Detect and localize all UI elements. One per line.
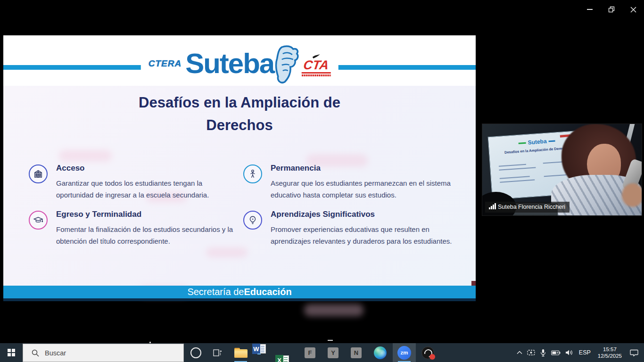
tray-chevron-button[interactable] bbox=[514, 343, 525, 362]
screen-share-icon bbox=[527, 349, 535, 356]
word-icon: W bbox=[252, 343, 266, 354]
zoom-button[interactable]: zm bbox=[393, 343, 416, 362]
start-button[interactable] bbox=[0, 343, 23, 362]
feature-heading: Acceso bbox=[56, 164, 241, 173]
edge-icon bbox=[374, 346, 387, 359]
minimize-icon bbox=[587, 9, 593, 10]
cta-caption bbox=[301, 74, 330, 76]
blur-artifact bbox=[206, 247, 248, 257]
feature-permanencia: Permanencia Asegurar que los estudiantes… bbox=[243, 164, 461, 201]
slide-edge-artifact bbox=[471, 281, 476, 286]
suteba-hand-icon bbox=[272, 45, 299, 85]
window-controls bbox=[579, 0, 644, 19]
app-f-icon: F bbox=[305, 347, 315, 358]
task-view-icon bbox=[213, 349, 222, 356]
action-center-button[interactable] bbox=[626, 343, 644, 362]
app-y-icon: Y bbox=[328, 347, 339, 358]
screen-artifact bbox=[328, 340, 333, 341]
file-explorer-button[interactable] bbox=[229, 343, 252, 362]
running-indicator bbox=[257, 354, 261, 355]
graduation-cap-icon bbox=[29, 211, 48, 230]
participant-name-label: Suteba Florencia Riccheri bbox=[485, 202, 570, 213]
folder-icon bbox=[234, 348, 248, 358]
blur-artifact bbox=[304, 304, 363, 316]
search-icon bbox=[32, 349, 39, 357]
battery-tray-button[interactable] bbox=[549, 343, 563, 362]
mini-text-line bbox=[544, 174, 567, 177]
blur-artifact bbox=[59, 150, 112, 162]
app-y-button[interactable]: Y bbox=[322, 343, 345, 362]
excel-icon: X bbox=[275, 354, 289, 362]
suteba-logo: Suteba bbox=[185, 49, 274, 78]
mini-text-line bbox=[499, 167, 536, 170]
app-f-button[interactable]: F bbox=[298, 343, 322, 362]
feature-body: Garantizar que todos los estudiantes ten… bbox=[56, 177, 241, 201]
footer-text-regular: Secretaría de bbox=[187, 287, 244, 297]
feature-heading: Egreso y Terminalidad bbox=[56, 210, 241, 219]
slide-content: Desafíos en la Ampliación de Derechos bbox=[3, 86, 476, 286]
restore-icon bbox=[608, 6, 615, 13]
mini-green-dash bbox=[519, 142, 526, 144]
windows-logo-icon bbox=[8, 349, 15, 356]
task-view-button[interactable] bbox=[206, 343, 228, 362]
lightbulb-icon bbox=[243, 211, 262, 230]
microphone-icon bbox=[540, 349, 546, 357]
feature-aprendizajes: Aprendizajes Significativos Promover exp… bbox=[243, 210, 461, 247]
slide-title-line1: Desafíos en la Ampliación de bbox=[3, 91, 476, 114]
mini-text-line bbox=[500, 180, 535, 183]
close-icon bbox=[630, 7, 636, 13]
language-indicator[interactable]: ESP bbox=[576, 343, 594, 362]
obs-button[interactable] bbox=[416, 343, 439, 362]
notification-badge bbox=[429, 354, 435, 360]
speaker-icon bbox=[565, 349, 573, 356]
search-input[interactable]: Buscar bbox=[23, 344, 184, 362]
volume-tray-button[interactable] bbox=[563, 343, 576, 362]
clock-time: 15:57 bbox=[598, 346, 622, 353]
presentation-slide: CTERA Suteba CTA Desafíos en la Ampliac bbox=[3, 35, 476, 302]
obs-icon bbox=[421, 346, 434, 359]
battery-charging-icon bbox=[551, 350, 561, 355]
cortana-icon bbox=[190, 347, 201, 358]
footer-bottom-strip bbox=[3, 298, 476, 301]
slide-footer: Secretaría de Educación bbox=[3, 286, 476, 298]
ctera-logo: CTERA bbox=[149, 58, 182, 69]
feature-heading: Permanencia bbox=[271, 164, 461, 173]
feature-body: Promover experiencias educativas que res… bbox=[271, 223, 461, 247]
app-n-button[interactable]: N bbox=[345, 343, 368, 362]
feature-heading: Aprendizajes Significativos bbox=[271, 210, 461, 219]
mini-text-line bbox=[500, 176, 530, 179]
mini-text-line bbox=[499, 164, 526, 167]
webcam-video-tile[interactable]: Suteba Desafíos en la Ampliación de Dere… bbox=[482, 123, 642, 216]
taskbar: Buscar W X F bbox=[0, 343, 644, 362]
footer-text-bold: Educación bbox=[244, 287, 291, 297]
minimize-button[interactable] bbox=[579, 0, 601, 19]
restore-button[interactable] bbox=[601, 0, 622, 19]
person-icon bbox=[243, 165, 262, 183]
feature-body: Asegurar que los estudiantes permanezcan… bbox=[271, 177, 461, 201]
speaker-hand bbox=[622, 183, 642, 207]
slide-title: Desafíos en la Ampliación de Derechos bbox=[3, 91, 476, 137]
audio-bars-icon bbox=[489, 203, 496, 209]
cortana-button[interactable] bbox=[185, 343, 206, 362]
slide-title-line2: Derechos bbox=[3, 114, 476, 137]
slide-header: CTERA Suteba CTA bbox=[3, 35, 476, 86]
cta-logo: CTA bbox=[301, 54, 330, 76]
close-button[interactable] bbox=[622, 0, 644, 19]
feature-egreso: Egreso y Terminalidad Fomentar la finali… bbox=[29, 210, 241, 247]
school-icon bbox=[29, 165, 48, 183]
mini-suteba-logo: Suteba bbox=[528, 138, 547, 146]
chevron-up-icon bbox=[517, 351, 522, 354]
edge-button[interactable] bbox=[369, 343, 392, 362]
app-n-icon: N bbox=[351, 347, 362, 358]
system-tray: ESP 15:57 12/5/2025 bbox=[514, 343, 644, 362]
clock[interactable]: 15:57 12/5/2025 bbox=[594, 346, 626, 359]
zoom-icon: zm bbox=[397, 346, 411, 360]
microphone-tray-button[interactable] bbox=[537, 343, 549, 362]
action-center-icon bbox=[630, 349, 638, 356]
logo-row: CTERA Suteba CTA bbox=[141, 43, 339, 84]
search-placeholder: Buscar bbox=[45, 349, 66, 357]
excel-button[interactable]: X bbox=[275, 354, 289, 362]
screen-share-tray-button[interactable] bbox=[525, 343, 537, 362]
word-button[interactable]: W bbox=[252, 343, 266, 354]
clock-date: 12/5/2025 bbox=[598, 353, 622, 359]
